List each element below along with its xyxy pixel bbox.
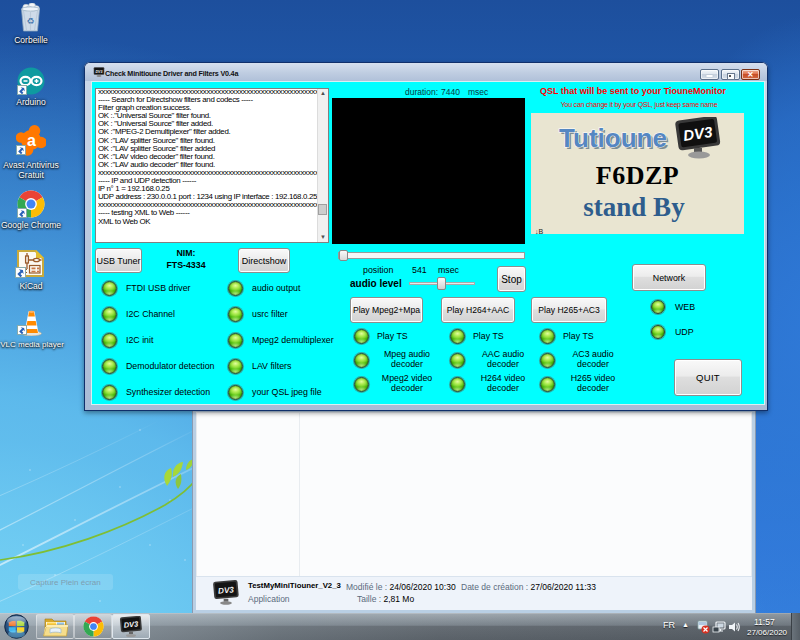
svg-text:Tutioune: Tutioune [559, 123, 667, 153]
svg-text:DV3: DV3 [96, 70, 103, 74]
svg-text:DV3: DV3 [123, 619, 139, 629]
svg-text:♻: ♻ [26, 16, 34, 26]
svg-text:a: a [27, 132, 36, 149]
svg-text:DV3: DV3 [218, 585, 235, 595]
